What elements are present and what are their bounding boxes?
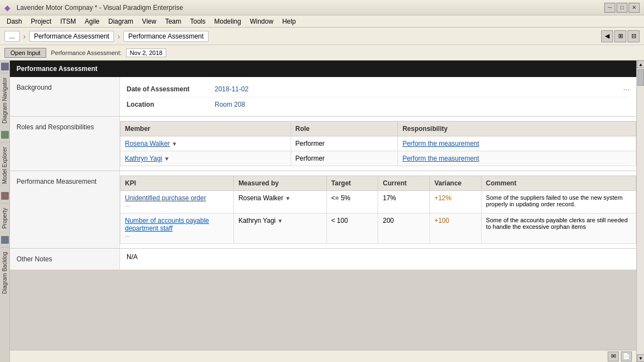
scroll-area[interactable]: Performance Assessment Background Date o… bbox=[10, 61, 636, 350]
other-notes-value: N/A bbox=[127, 253, 138, 261]
breadcrumb-ellipsis[interactable]: ... bbox=[4, 31, 20, 42]
measured-by-value-1: Rosena Walker bbox=[238, 194, 283, 202]
date-field-label: Date of Assessment bbox=[127, 85, 215, 93]
scroll-up-button[interactable]: ▲ bbox=[637, 61, 644, 68]
background-section: Background Date of Assessment 2018-11-02… bbox=[10, 77, 636, 117]
open-input-button[interactable]: Open Input bbox=[4, 48, 46, 58]
left-sidebar: Diagram Navigator Model Explorer Propert… bbox=[0, 61, 10, 362]
target-cell-1: <= 5% bbox=[326, 191, 378, 213]
menu-window[interactable]: Window bbox=[245, 17, 278, 26]
current-cell-2: 200 bbox=[378, 213, 430, 244]
responsibility-cell-1: Perform the measurement bbox=[398, 136, 636, 151]
attach-button[interactable]: 📄 bbox=[621, 352, 632, 361]
measured-by-cell-2: Kathryn Yagi ▼ bbox=[234, 213, 327, 244]
menu-tools[interactable]: Tools bbox=[185, 17, 210, 26]
comment-cell-1: Some of the suppliers failed to use the … bbox=[481, 191, 636, 213]
member-link-2[interactable]: Kathryn Yagi bbox=[125, 155, 162, 162]
responsibility-link-1[interactable]: Perform the measurement bbox=[402, 140, 479, 147]
title-bar: ◆ Lavender Motor Compnay * - Visual Para… bbox=[0, 0, 644, 15]
col-kpi: KPI bbox=[121, 176, 234, 191]
assessment-label: Performance Assessment: bbox=[51, 50, 121, 56]
background-content: Date of Assessment 2018-11-02 ··· Locati… bbox=[120, 77, 636, 116]
scroll-track[interactable] bbox=[637, 68, 644, 354]
back-button[interactable]: ◀ bbox=[601, 30, 613, 42]
target-cell-2: < 100 bbox=[326, 213, 378, 244]
menu-modeling[interactable]: Modeling bbox=[210, 17, 245, 26]
maximize-button[interactable]: □ bbox=[616, 3, 627, 13]
roles-label: Roles and Responsibilities bbox=[10, 117, 120, 171]
variance-cell-2: +100 bbox=[430, 213, 482, 244]
breadcrumb-performance-assessment-1[interactable]: Performance Assessment bbox=[29, 31, 114, 42]
background-label: Background bbox=[10, 77, 120, 116]
backlog-icon bbox=[1, 236, 9, 244]
close-button[interactable]: ✕ bbox=[629, 3, 640, 13]
menu-help[interactable]: Help bbox=[278, 17, 301, 26]
window-controls: ─ □ ✕ bbox=[604, 3, 640, 13]
grid-button[interactable]: ⊞ bbox=[614, 30, 626, 42]
property-icon bbox=[1, 192, 9, 200]
measured-by-dropdown-1[interactable]: ▼ bbox=[285, 195, 291, 201]
sidebar-tab-diagram-backlog[interactable]: Diagram Backlog bbox=[1, 247, 9, 298]
menu-team[interactable]: Team bbox=[161, 17, 185, 26]
nav-icon bbox=[1, 63, 9, 70]
form-container: Performance Assessment Background Date o… bbox=[10, 61, 636, 270]
kpi-cell-2: Number of accounts payable department st… bbox=[121, 213, 234, 244]
kpi-link-1[interactable]: Unidentified purchase order bbox=[125, 194, 206, 202]
other-notes-section: Other Notes N/A bbox=[10, 249, 636, 270]
menu-diagram[interactable]: Diagram bbox=[104, 17, 138, 26]
kpi-table: KPI Measured by Target Current Variance … bbox=[120, 175, 636, 244]
menu-view[interactable]: View bbox=[138, 17, 161, 26]
panel-button[interactable]: ⊟ bbox=[627, 30, 640, 42]
menu-agile[interactable]: Agile bbox=[80, 17, 104, 26]
measured-by-dropdown-2[interactable]: ▼ bbox=[277, 218, 283, 224]
member-cell-2: Kathryn Yagi ▼ bbox=[121, 151, 291, 166]
kpi-dots-2[interactable]: ··· bbox=[125, 233, 130, 239]
responsibility-link-2[interactable]: Perform the measurement bbox=[402, 155, 479, 162]
sidebar-tab-diagram-navigator[interactable]: Diagram Navigator bbox=[1, 73, 9, 128]
breadcrumb-performance-assessment-2[interactable]: Performance Assessment bbox=[123, 31, 209, 42]
location-row: Location Room 208 bbox=[127, 97, 630, 112]
kpi-row-2: Number of accounts payable department st… bbox=[121, 213, 636, 244]
app-title: Lavender Motor Compnay * - Visual Paradi… bbox=[17, 4, 604, 12]
scroll-thumb[interactable] bbox=[637, 69, 644, 86]
status-bar: ✉ 📄 bbox=[10, 350, 636, 362]
kpi-link-2[interactable]: Number of accounts payable department st… bbox=[125, 217, 209, 232]
form-title: Performance Assessment bbox=[10, 61, 636, 77]
date-field-more[interactable]: ··· bbox=[623, 85, 630, 94]
member-link-1[interactable]: Rosena Walker bbox=[125, 140, 170, 147]
col-measured-by: Measured by bbox=[234, 176, 327, 191]
assessment-date: Nov 2, 2018 bbox=[126, 48, 166, 57]
content-area: Performance Assessment Background Date o… bbox=[10, 61, 636, 362]
role-cell-2: Performer bbox=[291, 151, 398, 166]
menu-itsm[interactable]: ITSM bbox=[56, 17, 80, 26]
member-dropdown-2[interactable]: ▼ bbox=[164, 156, 170, 162]
member-cell-1: Rosena Walker ▼ bbox=[121, 136, 291, 151]
kpi-dots-1[interactable]: ··· bbox=[125, 202, 130, 209]
location-field-label: Location bbox=[127, 101, 215, 108]
roles-content: Member Role Responsibility Rosena Walker bbox=[120, 117, 636, 171]
performance-measurement-content: KPI Measured by Target Current Variance … bbox=[120, 171, 636, 248]
kpi-row-1: Unidentified purchase order ··· Rosena W… bbox=[121, 191, 636, 213]
responsibility-cell-2: Perform the measurement bbox=[398, 151, 636, 166]
sidebar-tab-model-explorer[interactable]: Model Explorer bbox=[1, 142, 9, 188]
menu-project[interactable]: Project bbox=[26, 17, 56, 26]
measured-by-value-2: Kathryn Yagi bbox=[238, 217, 276, 224]
scroll-down-button[interactable]: ▼ bbox=[637, 354, 644, 362]
current-cell-1: 17% bbox=[378, 191, 430, 213]
input-toolbar: Open Input Performance Assessment: Nov 2… bbox=[0, 45, 644, 61]
app-icon: ◆ bbox=[4, 3, 13, 12]
table-row: Kathryn Yagi ▼ Performer Perform the mea… bbox=[121, 151, 636, 166]
menu-dash[interactable]: Dash bbox=[2, 17, 26, 26]
sidebar-tab-property[interactable]: Property bbox=[1, 203, 9, 233]
variance-cell-1: +12% bbox=[430, 191, 482, 213]
email-button[interactable]: ✉ bbox=[608, 352, 619, 361]
col-comment: Comment bbox=[481, 176, 636, 191]
minimize-button[interactable]: ─ bbox=[604, 3, 615, 13]
col-target: Target bbox=[326, 176, 378, 191]
comment-cell-2: Some of the accounts payable clerks are … bbox=[481, 213, 636, 244]
col-variance: Variance bbox=[430, 176, 482, 191]
right-scrollbar: ▲ ▼ bbox=[636, 61, 644, 362]
performance-measurement-label: Performance Measurement bbox=[10, 171, 120, 248]
roles-section: Roles and Responsibilities Member Role R… bbox=[10, 117, 636, 171]
member-dropdown-1[interactable]: ▼ bbox=[172, 141, 177, 147]
